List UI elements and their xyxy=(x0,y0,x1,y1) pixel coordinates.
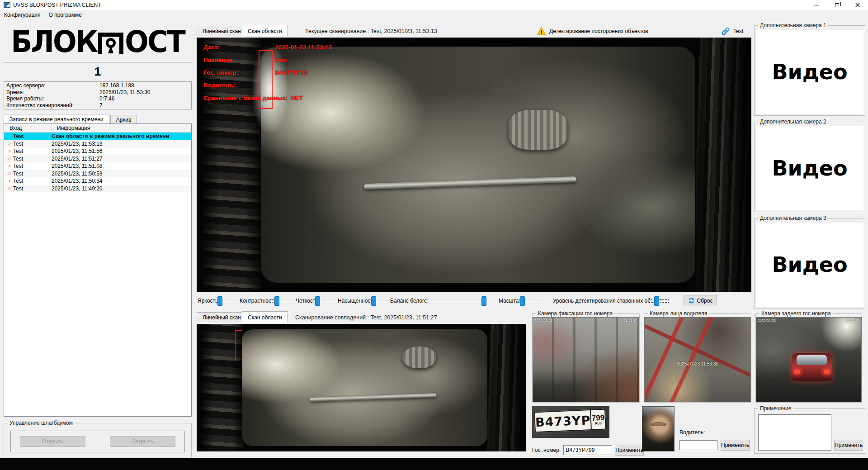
current-scan-label: Текущее сканирование : Test, 2025/01/23,… xyxy=(305,28,437,34)
white-balance-slider-thumb[interactable] xyxy=(481,296,486,306)
plate-cam-timestamp-left: 2025/01/23 xyxy=(534,318,552,323)
sharpness-slider[interactable] xyxy=(314,300,338,302)
rear-camera-feed: 2025/01/23 11:53:30 xyxy=(756,317,862,402)
detection-level-slider[interactable] xyxy=(650,300,675,302)
plate-input-label: Гос. номер: xyxy=(532,447,561,453)
reset-icon xyxy=(688,297,695,304)
video-placeholder-text: Видео xyxy=(772,252,847,277)
expand-chevron-icon[interactable] xyxy=(4,179,13,184)
license-plate-image: B473YP 799 RUS xyxy=(534,409,606,433)
saturation-slider[interactable] xyxy=(369,300,390,302)
table-row[interactable]: Test 2025/01/23, 11:51:27 xyxy=(4,155,191,163)
expand-chevron-icon[interactable] xyxy=(4,156,13,161)
table-row[interactable]: Test 2025/01/23, 11:53:13 xyxy=(4,140,191,148)
close-button[interactable]: × xyxy=(847,0,868,10)
match-tab-linear-scan[interactable]: Линейный скан xyxy=(197,312,247,323)
match-tab-area-scan[interactable]: Скан области xyxy=(242,311,288,323)
tab-realtime-records[interactable]: Записи в режиме реального времени xyxy=(4,114,109,123)
expand-chevron-icon[interactable] xyxy=(4,171,13,176)
main-scan-view[interactable]: Дата:2025-01-23 11:53:13 Название:Test Г… xyxy=(197,38,751,292)
aux-camera-2-title: Дополнительная камера 2 xyxy=(758,119,828,125)
minimize-icon xyxy=(814,5,819,5)
logo-keyhole-glyph xyxy=(98,33,123,54)
table-row[interactable]: Test Скан области в режиме реального вре… xyxy=(4,133,191,140)
menu-about[interactable]: О программе xyxy=(45,10,86,19)
image-adjustment-toolbar: Яркость: Контрастность: Четкость: Насыще… xyxy=(197,294,751,308)
driver-input[interactable] xyxy=(679,440,717,450)
driver-apply-button[interactable]: Применить xyxy=(721,440,750,451)
tab-area-scan[interactable]: Скан области xyxy=(242,25,288,36)
overlay-driver-line: Водитель: xyxy=(203,82,235,89)
overlay-compare-line: Сравнение с базой данных:НЕТ xyxy=(203,95,303,101)
match-tire-right xyxy=(487,324,523,451)
aux-camera-3-group: Дополнительная камера 3 Видео xyxy=(754,218,865,309)
records-table-header: Вход Информация xyxy=(4,124,191,133)
minimize-button[interactable] xyxy=(806,0,826,10)
expand-chevron-icon[interactable] xyxy=(4,186,13,191)
uptime-value: 0:7:46 xyxy=(99,95,191,102)
aux-camera-3-video: Видео xyxy=(756,223,863,307)
driver-glasses xyxy=(651,423,666,426)
plate-apply-button[interactable]: Применить xyxy=(615,445,644,456)
sharpness-slider-thumb[interactable] xyxy=(315,296,320,306)
plate-input[interactable] xyxy=(563,445,612,455)
column-header-info[interactable]: Информация xyxy=(52,125,191,131)
tab-linear-scan[interactable]: Линейный скан xyxy=(197,26,247,36)
server-info-box: Адрес сервера:192.168.1.188 Время:2025/0… xyxy=(4,81,192,109)
overlay-name-line: Название:Test xyxy=(203,57,234,63)
expand-chevron-icon[interactable] xyxy=(4,149,13,154)
detection-level-slider-thumb[interactable] xyxy=(654,296,659,306)
logo-text-right: ОСТ xyxy=(125,27,184,57)
face-camera-title: Камера лица водителя xyxy=(648,310,709,317)
plate-camera-feed: 2025/01/23 11:53:30 xyxy=(533,317,639,402)
face-camera-image: 2025-01-23 11:53:30 xyxy=(645,318,750,402)
scan-count-label: Количество сканирований: xyxy=(6,102,99,109)
face-camera-feed: 2025-01-23 11:53:30 xyxy=(644,317,751,402)
table-row[interactable]: Test 2025/01/23, 11:51:08 xyxy=(4,162,191,170)
server-time-label: Время: xyxy=(6,89,99,96)
plate-input-row: Гос. номер: Применить xyxy=(532,445,644,456)
scan-counter: 1 xyxy=(4,62,192,81)
scan-tire-right xyxy=(696,38,749,292)
note-apply-button[interactable]: Применить xyxy=(834,440,863,451)
main-scan-tab-row: Линейный скан Скан области Текущее скани… xyxy=(197,25,751,38)
table-row[interactable]: Test 2025/01/23, 11:50:53 xyxy=(4,170,191,178)
brightness-slider-thumb[interactable] xyxy=(217,296,222,306)
plate-snapshot: B473YP 799 RUS xyxy=(532,406,609,438)
menu-configuration[interactable]: Конфигурация xyxy=(0,10,45,19)
link-icon xyxy=(721,27,730,36)
match-scan-label: Сканирование совпадений : Test, 2025/01/… xyxy=(295,314,437,321)
plate-camera-title: Камера фиксации гос.номера xyxy=(536,310,614,317)
rear-cam-timestamp-right: 11:53:30 xyxy=(846,318,860,323)
plate-cam-timestamp-right: 11:53:30 xyxy=(623,318,637,323)
column-header-input[interactable]: Вход xyxy=(4,124,52,132)
contrast-slider-thumb[interactable] xyxy=(274,296,279,306)
video-placeholder-text: Видео xyxy=(772,60,847,84)
table-row[interactable]: Test 2025/01/23, 11:50:34 xyxy=(4,177,191,185)
contrast-slider[interactable] xyxy=(272,300,295,302)
note-textarea[interactable] xyxy=(758,414,831,451)
restore-button[interactable] xyxy=(826,0,847,10)
records-table: Вход Информация Test Скан области в режи… xyxy=(4,123,192,417)
warning-label: Детектирование посторонних объектов xyxy=(549,28,648,34)
tab-archive[interactable]: Архив xyxy=(110,115,137,123)
match-underbody xyxy=(242,329,487,446)
table-row[interactable]: Test 2025/01/23, 11:51:56 xyxy=(4,147,191,155)
expand-chevron-icon[interactable] xyxy=(4,141,13,146)
menu-bar: Конфигурация О программе xyxy=(0,10,868,20)
reset-button[interactable]: Сброс xyxy=(684,295,717,306)
white-balance-slider[interactable] xyxy=(426,300,491,302)
barrier-buttons-panel: Открыть Закрыть xyxy=(10,431,185,452)
saturation-slider-thumb[interactable] xyxy=(371,296,376,306)
scale-slider-thumb[interactable] xyxy=(520,296,525,306)
barrier-open-button[interactable]: Открыть xyxy=(20,436,85,447)
brightness-slider[interactable] xyxy=(216,300,238,302)
table-row[interactable]: Test 2025/01/23, 11:49:20 xyxy=(4,185,191,193)
scan-muffler xyxy=(509,110,567,150)
expand-chevron-icon[interactable] xyxy=(4,164,13,169)
overlay-plate-line: Гос. номер:B473YP799 xyxy=(203,69,238,76)
plate-camera-image: 2025/01/23 11:53:30 xyxy=(533,318,639,402)
match-scan-view[interactable] xyxy=(197,324,526,451)
barrier-close-button[interactable]: Закрыть xyxy=(110,436,175,447)
scale-slider[interactable] xyxy=(519,300,541,302)
